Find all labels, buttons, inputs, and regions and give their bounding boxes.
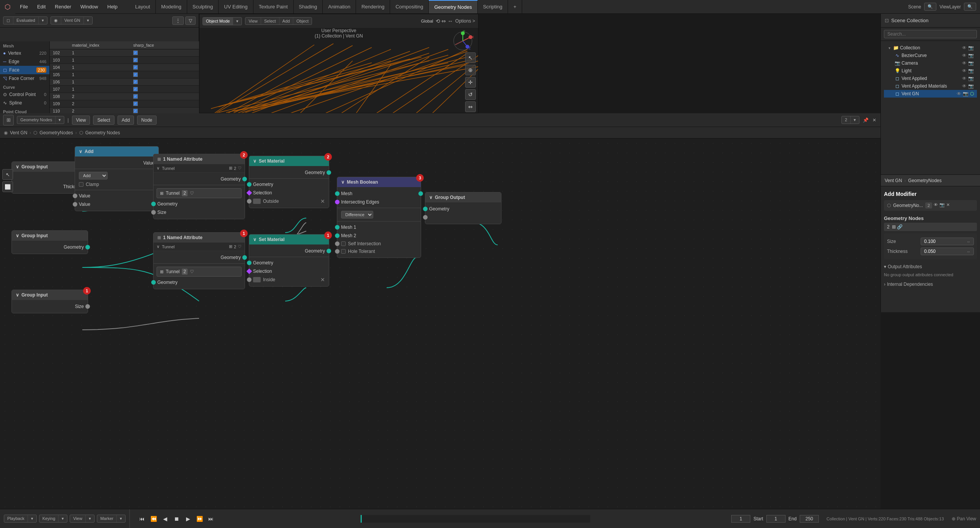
render-icon[interactable]: 📷 (968, 83, 974, 89)
tab-uv-editing[interactable]: UV Editing (219, 0, 253, 13)
mesh2-socket[interactable] (335, 233, 340, 238)
size-value[interactable]: 0.100 ↔ (921, 238, 974, 245)
render-icon[interactable]: 📷 (963, 91, 969, 96)
bezier-curve-item[interactable]: ∿ BezierCurve 👁 📷 (884, 52, 977, 59)
eye-icon[interactable]: 👁 (962, 60, 967, 66)
viewport-mode-dropdown[interactable]: ▾ (233, 18, 242, 25)
overlay-label[interactable]: Options > (455, 18, 475, 24)
mod-vis-icon[interactable]: 👁 (934, 202, 938, 209)
ne-ctrl-close[interactable]: ✕ (871, 116, 877, 124)
internal-deps-toggle[interactable]: › Internal Dependencies (884, 280, 977, 288)
viewport-mode-label[interactable]: Object Mode (203, 18, 233, 25)
play-btn[interactable]: ▶ (183, 514, 193, 523)
mesh-in-socket[interactable] (335, 191, 340, 196)
light-item[interactable]: 💡 Light 👁 📷 (884, 67, 977, 75)
tab-layout[interactable]: Layout (130, 0, 156, 13)
mod-render-icon[interactable]: 📷 (939, 202, 945, 209)
render-icon[interactable]: 📷 (968, 53, 974, 58)
marker-label[interactable]: Marker (97, 515, 117, 522)
jump-end-btn[interactable]: ⏭ (206, 514, 216, 523)
mode-dropdown[interactable]: ▾ (39, 17, 47, 24)
thickness-value[interactable]: 0.050 ↔ (921, 248, 974, 255)
marker-btn[interactable]: Marker ▾ (97, 515, 126, 523)
vl-search[interactable]: 🔍 (964, 3, 976, 10)
edge-item[interactable]: ─ Edge 446 (0, 57, 49, 66)
tool-scale[interactable]: ⇔ (465, 101, 476, 112)
eye-icon[interactable]: 👁 (962, 68, 967, 73)
tab-shading[interactable]: Shading (294, 0, 323, 13)
object-label[interactable]: Object (293, 18, 312, 24)
timeline-track[interactable] (361, 515, 590, 523)
expander-icon[interactable]: ▾ (887, 46, 892, 50)
select-label[interactable]: Select (261, 18, 279, 24)
checkbox[interactable]: ✓ (133, 72, 138, 77)
gn-node-group[interactable]: 2 ⊞ 🔗 (884, 223, 977, 231)
spline-item[interactable]: ∿ Spline 0 (0, 99, 49, 107)
viewport-gizmo[interactable]: X Y Z (451, 29, 474, 52)
render-icon[interactable]: 📷 (968, 68, 974, 73)
tab-animation[interactable]: Animation (323, 0, 356, 13)
size-out2-socket[interactable] (85, 304, 90, 309)
render-icon[interactable]: 📷 (968, 76, 974, 81)
output-attrs-toggle[interactable]: ▾ Output Attributes (884, 262, 977, 271)
geom-in-na-top-socket[interactable] (151, 202, 156, 206)
ne-select-tool[interactable]: ↖ (2, 169, 13, 180)
go-header[interactable]: ∨ Group Output (425, 192, 501, 202)
geom-in-na-bot-socket[interactable] (151, 280, 156, 285)
keying-label[interactable]: Keying (39, 515, 59, 522)
marker-dropdown[interactable]: ▾ (117, 515, 125, 522)
na-sub-select-top[interactable]: ⊞ Tunnel 2 ♡ (157, 188, 242, 198)
keying-btn[interactable]: Keying ▾ (39, 515, 68, 523)
view-label[interactable]: View (70, 515, 86, 522)
tool-rotate[interactable]: ↺ (465, 89, 476, 100)
face-corner-item[interactable]: ◹ Face Corner 948 (0, 74, 49, 83)
control-point-item[interactable]: ⊙ Control Point 0 (0, 90, 49, 99)
tab-sculpting[interactable]: Sculpting (187, 0, 219, 13)
ne-canvas[interactable]: ↖ ⬜ ∨ Group Input (0, 139, 880, 509)
playback-dropdown[interactable]: ▾ (28, 515, 36, 522)
breadcrumb-geonodes2[interactable]: Geometry Nodes (85, 130, 120, 135)
current-frame-input[interactable] (731, 515, 750, 523)
ne-node-btn[interactable]: Node (137, 116, 157, 125)
ne-mode-select[interactable]: Geometry Nodes ▾ (17, 116, 64, 124)
eye-icon[interactable]: 👁 (962, 53, 967, 58)
inside-color-swatch[interactable] (253, 277, 261, 282)
inside-x-btn[interactable]: ✕ (320, 277, 325, 283)
checkbox[interactable]: ✓ (133, 51, 138, 55)
scene-search[interactable]: 🔍 (924, 3, 936, 10)
checkbox[interactable]: ✓ (133, 87, 138, 91)
add-node-header[interactable]: ∨ Add (75, 147, 158, 156)
playback-label[interactable]: Playback (4, 515, 28, 522)
filter-btn[interactable]: ⋮ (172, 16, 184, 25)
ne-view-btn[interactable]: View (72, 116, 90, 125)
tab-scripting[interactable]: Scripting (478, 0, 508, 13)
checkbox[interactable]: ✓ (133, 94, 138, 99)
menu-render[interactable]: Render (50, 0, 76, 13)
operation-select[interactable]: Add Subtract Multiply (79, 172, 108, 179)
geom-in-go-socket[interactable] (423, 207, 428, 211)
self-int-socket[interactable] (335, 241, 340, 246)
tab-modeling[interactable]: Modeling (156, 0, 187, 13)
geom-in-sm-top-socket[interactable] (247, 182, 252, 187)
hole-tol-socket[interactable] (335, 249, 340, 254)
geom-na-bot-socket[interactable] (242, 255, 247, 260)
face-item[interactable]: ◻ Face 230 (0, 66, 49, 74)
checkbox[interactable]: ✓ (133, 109, 138, 113)
jump-start-btn[interactable]: ⏮ (137, 514, 147, 523)
gi-mid-header[interactable]: ∨ Group Input (12, 231, 88, 241)
val-in1-socket[interactable] (73, 194, 77, 198)
mesh-out-socket[interactable] (418, 191, 423, 196)
obj-dropdown[interactable]: ▾ (84, 17, 92, 24)
na-sub-select-bot[interactable]: ⊞ Tunnel 2 ♡ (157, 267, 242, 277)
tool-move[interactable]: ✛ (465, 77, 476, 88)
na-bot-header[interactable]: ⊞ 1 Named Attribute (154, 233, 245, 243)
sm-top-header[interactable]: ∨ Set Material (249, 156, 329, 166)
eye-icon[interactable]: 👁 (962, 83, 967, 89)
vent-applied-item[interactable]: ◻ Vent Applied 👁 📷 (884, 75, 977, 82)
outside-socket[interactable] (247, 199, 252, 204)
clamp-checkbox[interactable] (79, 182, 83, 187)
menu-edit[interactable]: Edit (33, 0, 50, 13)
sel-socket-bot[interactable] (247, 269, 252, 274)
mode-select[interactable]: ◻ Evaluated ▾ (3, 16, 47, 24)
outside-color-swatch[interactable] (253, 199, 261, 204)
